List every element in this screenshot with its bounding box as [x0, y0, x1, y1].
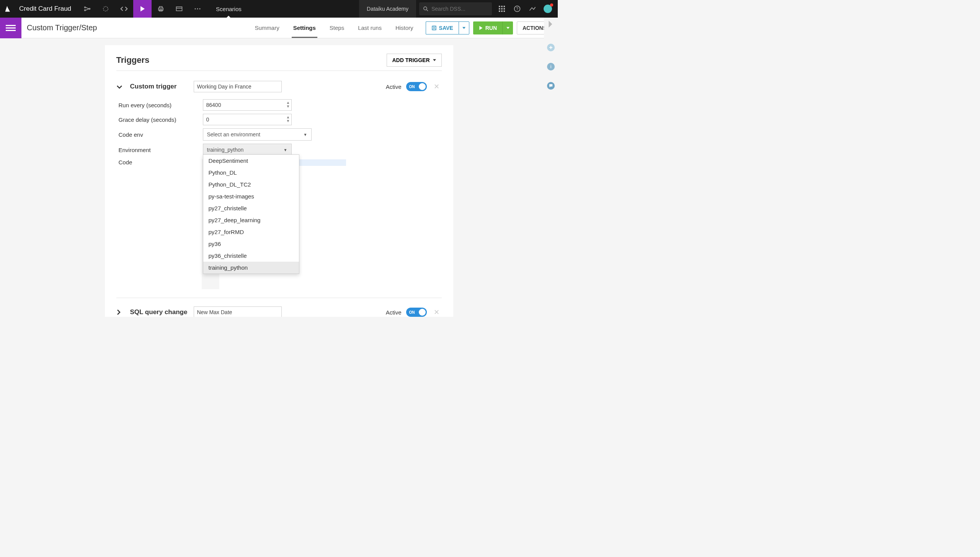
code-env-label: Code env: [116, 131, 197, 138]
search-box[interactable]: [419, 2, 492, 15]
remove-trigger-icon[interactable]: ✕: [431, 82, 442, 91]
svg-rect-19: [503, 8, 505, 10]
project-name[interactable]: Credit Card Fraud: [16, 5, 78, 13]
svg-line-13: [426, 10, 428, 11]
trigger-row-custom: Custom trigger Active ON ✕: [116, 78, 442, 98]
dataiku-logo-icon[interactable]: [0, 5, 16, 13]
right-rail: i: [544, 18, 558, 90]
run-every-label: Run every (seconds): [116, 102, 197, 108]
dropdown-item[interactable]: Python_DL: [203, 167, 299, 179]
svg-rect-21: [501, 10, 503, 12]
dropdown-item[interactable]: py36: [203, 238, 299, 250]
environment-label: Environment: [116, 147, 197, 153]
add-trigger-button[interactable]: ADD TRIGGER: [387, 54, 442, 67]
sub-header: Custom Trigger/Step Summary Settings Ste…: [0, 18, 558, 38]
dropdown-item[interactable]: py36_christelle: [203, 250, 299, 262]
triggers-panel: Triggers ADD TRIGGER Custom trigger Acti…: [105, 45, 453, 317]
trigger-name-input[interactable]: [194, 306, 282, 317]
save-disk-icon: [431, 25, 437, 31]
save-button[interactable]: SAVE: [426, 21, 459, 34]
play-icon: [479, 26, 483, 30]
chevron-down-icon[interactable]: [116, 84, 122, 91]
recipe-icon[interactable]: [96, 0, 115, 18]
svg-rect-27: [6, 30, 16, 31]
svg-rect-22: [503, 10, 505, 12]
run-every-input[interactable]: [203, 99, 292, 111]
trigger-name: SQL query change: [116, 308, 188, 316]
svg-rect-18: [501, 8, 503, 10]
svg-point-11: [199, 8, 201, 10]
number-spinner-icon[interactable]: ▲▼: [286, 101, 290, 108]
save-dropdown-button[interactable]: [459, 21, 469, 34]
tab-last-runs[interactable]: Last runs: [351, 18, 389, 38]
academy-label[interactable]: Dataiku Academy: [359, 0, 416, 18]
dropdown-item[interactable]: DeepSentiment: [203, 155, 299, 167]
svg-point-12: [424, 7, 427, 10]
help-icon[interactable]: ?: [510, 0, 524, 18]
active-toggle[interactable]: ON: [406, 82, 427, 91]
trigger-name: Custom trigger: [116, 83, 188, 90]
caret-down-icon: [506, 27, 510, 29]
tab-summary[interactable]: Summary: [248, 18, 286, 38]
more-icon[interactable]: [188, 0, 207, 18]
code-env-select[interactable]: Select an environment ▼: [203, 128, 312, 141]
print-icon[interactable]: [152, 0, 170, 18]
search-input[interactable]: [431, 6, 485, 12]
apps-grid-icon[interactable]: [495, 0, 509, 18]
triggers-title: Triggers: [116, 55, 150, 65]
table-icon[interactable]: [170, 0, 188, 18]
top-bar: Credit Card Fraud Scenarios Dataiku Acad…: [0, 0, 558, 18]
tab-scenarios[interactable]: Scenarios: [207, 0, 251, 18]
svg-point-1: [85, 10, 86, 11]
svg-point-3: [103, 7, 108, 11]
grace-delay-input[interactable]: [203, 114, 292, 125]
dropdown-item[interactable]: py27_christelle: [203, 202, 299, 214]
svg-rect-17: [499, 8, 500, 10]
collapse-rail-icon[interactable]: [548, 21, 554, 29]
remove-trigger-icon[interactable]: ✕: [431, 308, 442, 316]
caret-down-icon: [462, 27, 466, 29]
trigger-row-sql: SQL query change Active ON ✕: [116, 303, 442, 317]
svg-rect-14: [499, 6, 500, 7]
svg-point-2: [89, 8, 90, 10]
number-spinner-icon[interactable]: ▲▼: [286, 115, 290, 123]
code-label: Code: [116, 159, 196, 165]
caret-down-icon: [433, 59, 436, 61]
trigger-name-input[interactable]: [194, 81, 282, 92]
svg-rect-16: [503, 6, 505, 7]
scenario-list-icon[interactable]: [0, 18, 21, 38]
dropdown-item[interactable]: Python_DL_TC2: [203, 179, 299, 190]
grace-delay-label: Grace delay (seconds): [116, 116, 197, 123]
chevron-right-icon[interactable]: [116, 309, 121, 317]
svg-rect-26: [6, 27, 16, 28]
tab-history[interactable]: History: [389, 18, 420, 38]
activity-icon[interactable]: [526, 0, 539, 18]
dropdown-item[interactable]: py27_deep_learning: [203, 214, 299, 226]
dropdown-item[interactable]: py27_forRMD: [203, 226, 299, 238]
svg-point-9: [195, 8, 196, 10]
svg-point-10: [197, 8, 198, 10]
search-icon: [423, 6, 428, 11]
tab-settings[interactable]: Settings: [286, 18, 323, 38]
svg-point-0: [85, 7, 86, 8]
caret-down-icon: ▼: [284, 148, 287, 152]
svg-text:?: ?: [516, 7, 518, 11]
active-label: Active: [386, 84, 402, 90]
flow-icon[interactable]: [78, 0, 96, 18]
rail-info-icon[interactable]: i: [547, 63, 555, 70]
run-play-icon[interactable]: [133, 0, 152, 18]
rail-chat-icon[interactable]: [547, 82, 555, 90]
dropdown-item[interactable]: training_python: [203, 262, 299, 274]
user-avatar[interactable]: [541, 0, 555, 18]
dropdown-item[interactable]: py-sa-test-images: [203, 190, 299, 202]
run-button[interactable]: RUN: [473, 21, 502, 34]
tab-steps[interactable]: Steps: [323, 18, 351, 38]
environment-dropdown: DeepSentimentPython_DLPython_DL_TC2py-sa…: [203, 154, 299, 274]
active-toggle[interactable]: ON: [406, 308, 427, 317]
code-icon[interactable]: [115, 0, 133, 18]
run-dropdown-button[interactable]: [502, 21, 513, 34]
rail-add-icon[interactable]: [547, 44, 555, 51]
page-title: Custom Trigger/Step: [21, 23, 97, 32]
active-label: Active: [386, 309, 402, 316]
svg-rect-5: [159, 7, 162, 8]
